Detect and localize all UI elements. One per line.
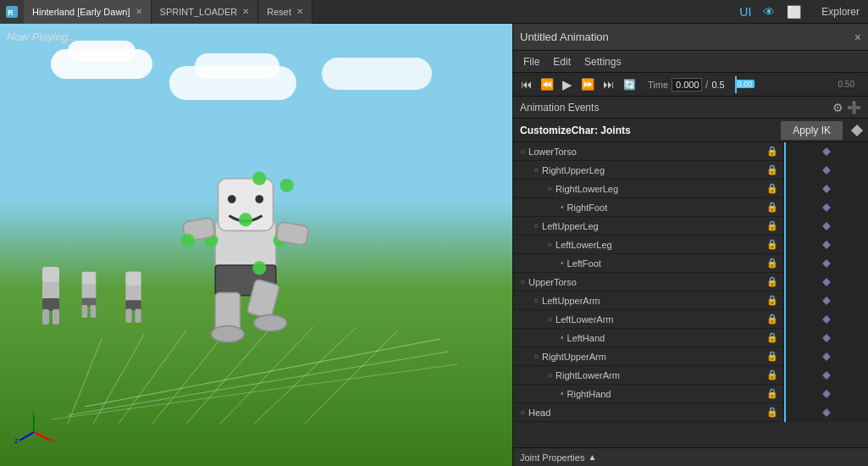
tab-reset[interactable]: Reset ✕ bbox=[258, 0, 312, 24]
lock-icon: 🔒 bbox=[766, 388, 778, 399]
joint-timeline-cell[interactable] bbox=[783, 366, 868, 385]
joint-list[interactable]: ○ LowerTorso 🔒 ○ RightUpperLeg 🔒 ○ Right… bbox=[513, 142, 868, 447]
svg-line-5 bbox=[68, 339, 102, 424]
bg-char-3 bbox=[110, 258, 157, 339]
joint-expand-icon: ○ bbox=[547, 370, 552, 380]
timeline-diamond bbox=[822, 259, 831, 268]
transport-skip-start[interactable]: ⏮ bbox=[518, 76, 534, 92]
joint-row[interactable]: ○ LeftLowerLeg 🔒 bbox=[513, 236, 868, 254]
tab-hinterland-close[interactable]: ✕ bbox=[135, 7, 142, 16]
menu-file[interactable]: File bbox=[517, 54, 546, 69]
apply-ik-button[interactable]: Apply IK bbox=[781, 121, 843, 140]
tab-sprint-loader[interactable]: SPRINT_LOADER ✕ bbox=[152, 0, 259, 24]
joint-timeline-cell[interactable] bbox=[783, 236, 868, 254]
gear-icon[interactable]: ⚙ bbox=[832, 101, 843, 114]
svg-rect-33 bbox=[42, 298, 59, 311]
joint-name: LeftLowerArm bbox=[556, 314, 766, 325]
joint-timeline-cell[interactable] bbox=[783, 217, 868, 236]
timeline-cursor-line bbox=[784, 217, 786, 236]
svg-point-19 bbox=[239, 213, 252, 226]
joint-expand-icon: ○ bbox=[547, 240, 552, 249]
joints-label: CustomizeChar: Joints bbox=[513, 125, 781, 136]
timeline-cursor-line bbox=[784, 366, 786, 385]
svg-point-20 bbox=[252, 172, 266, 186]
joint-timeline-cell[interactable] bbox=[783, 291, 868, 310]
timeline-cursor-line bbox=[784, 403, 786, 422]
joint-timeline-cell[interactable] bbox=[783, 310, 868, 329]
joint-timeline-cell[interactable] bbox=[783, 403, 868, 422]
timeline-diamond bbox=[822, 390, 831, 398]
eye-icon[interactable]: 👁 bbox=[760, 3, 778, 20]
joint-timeline-cell[interactable] bbox=[783, 385, 868, 403]
menu-edit[interactable]: Edit bbox=[546, 54, 578, 69]
joint-name: RightLowerLeg bbox=[556, 184, 766, 194]
joint-row[interactable]: ○ LeftUpperArm 🔒 bbox=[513, 291, 868, 310]
bottom-bar: Joint Properties ▲ bbox=[513, 447, 868, 466]
timeline-diamond-header bbox=[851, 124, 863, 136]
joint-name: LowerTorso bbox=[528, 147, 766, 157]
ui-button[interactable]: UI bbox=[736, 3, 755, 20]
svg-rect-34 bbox=[42, 309, 49, 325]
joint-row[interactable]: ○ RightLowerArm 🔒 bbox=[513, 366, 868, 385]
transport-bar: ⏮ ⏪ ▶ ⏩ ⏭ 🔄 Time 0.000 / 0.5 0.00 0.50 bbox=[513, 73, 868, 97]
joint-row[interactable]: • LeftFoot 🔒 bbox=[513, 254, 868, 273]
time-ruler-end: 0.50 bbox=[838, 80, 854, 89]
svg-line-48 bbox=[19, 432, 34, 441]
timeline-diamond bbox=[822, 352, 831, 361]
joint-row[interactable]: ○ LeftLowerArm 🔒 bbox=[513, 310, 868, 329]
joint-row[interactable]: • LeftHand 🔒 bbox=[513, 329, 868, 347]
menu-settings[interactable]: Settings bbox=[578, 54, 628, 69]
expand-arrow-icon[interactable]: ▲ bbox=[588, 452, 596, 462]
lock-icon: 🔒 bbox=[766, 202, 778, 213]
transport-next-frame[interactable]: ⏩ bbox=[578, 76, 597, 92]
svg-text:Y: Y bbox=[31, 411, 36, 416]
svg-rect-31 bbox=[42, 280, 59, 301]
timeline-diamond bbox=[822, 222, 831, 230]
joint-timeline-cell[interactable] bbox=[783, 254, 868, 273]
menu-bar: File Edit Settings bbox=[513, 51, 868, 73]
joint-row[interactable]: ○ RightLowerLeg 🔒 bbox=[513, 180, 868, 198]
timeline-cursor-line bbox=[784, 273, 786, 291]
anim-title-bar: Untitled Animation × bbox=[513, 24, 868, 51]
joint-leaf-icon: • bbox=[561, 202, 564, 212]
joint-timeline-cell[interactable] bbox=[783, 161, 868, 180]
joint-row[interactable]: ○ Head 🔒 bbox=[513, 403, 868, 422]
joint-name: RightUpperArm bbox=[542, 352, 766, 362]
lock-icon: 🔒 bbox=[766, 146, 778, 157]
timeline-diamond bbox=[822, 408, 831, 417]
timeline-ruler-area[interactable]: 0.00 0.50 bbox=[735, 76, 863, 93]
joint-timeline-cell[interactable] bbox=[783, 142, 868, 161]
svg-point-16 bbox=[255, 195, 263, 203]
joint-leaf-icon: • bbox=[561, 258, 564, 268]
time-display: Time 0.000 / 0.5 bbox=[648, 78, 725, 92]
viewport[interactable]: Now Playing... X Y Z bbox=[0, 24, 512, 466]
add-event-icon[interactable]: ➕ bbox=[847, 101, 861, 114]
joint-row[interactable]: ○ RightUpperLeg 🔒 bbox=[513, 161, 868, 180]
timeline-cursor-line bbox=[784, 236, 786, 254]
joint-row[interactable]: ○ UpperTorso 🔒 bbox=[513, 273, 868, 291]
joint-row[interactable]: ○ LowerTorso 🔒 bbox=[513, 142, 868, 161]
transport-play[interactable]: ▶ bbox=[560, 75, 575, 94]
loop-icon[interactable]: 🔄 bbox=[620, 77, 639, 92]
tab-hinterland[interactable]: Hinterland [Early Dawn] ✕ bbox=[24, 0, 152, 24]
joint-timeline-cell[interactable] bbox=[783, 347, 868, 366]
joint-row[interactable]: • RightHand 🔒 bbox=[513, 385, 868, 403]
tab-sprint-loader-close[interactable]: ✕ bbox=[242, 7, 249, 16]
joint-timeline-cell[interactable] bbox=[783, 329, 868, 347]
joint-row[interactable]: ○ LeftUpperLeg 🔒 bbox=[513, 217, 868, 236]
anim-close-button[interactable]: × bbox=[854, 31, 861, 44]
joint-row[interactable]: • RightFoot 🔒 bbox=[513, 198, 868, 217]
joint-timeline-cell[interactable] bbox=[783, 180, 868, 198]
joint-timeline-cell[interactable] bbox=[783, 273, 868, 291]
time-slash: / bbox=[705, 79, 708, 91]
transport-skip-end[interactable]: ⏭ bbox=[600, 76, 616, 92]
svg-rect-36 bbox=[82, 282, 97, 300]
device-icon[interactable]: ⬜ bbox=[783, 3, 804, 20]
lock-icon: 🔒 bbox=[766, 332, 778, 343]
svg-line-46 bbox=[34, 432, 51, 441]
joint-row[interactable]: ○ RightUpperArm 🔒 bbox=[513, 347, 868, 366]
joint-timeline-cell[interactable] bbox=[783, 198, 868, 217]
transport-prev-frame[interactable]: ⏪ bbox=[538, 76, 556, 92]
tab-reset-close[interactable]: ✕ bbox=[296, 7, 303, 16]
lock-icon: 🔒 bbox=[766, 220, 778, 231]
